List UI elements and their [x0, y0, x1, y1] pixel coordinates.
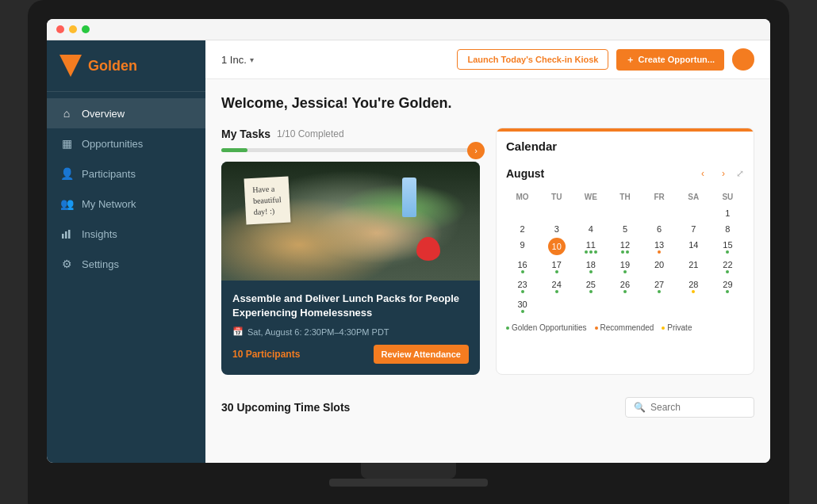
table-row[interactable]: 17	[540, 258, 573, 276]
table-row[interactable]: 21	[677, 258, 710, 276]
table-row[interactable]: 14	[677, 238, 710, 256]
calendar-day-empty	[574, 297, 607, 302]
calendar-day[interactable]: 23	[506, 277, 539, 296]
table-row[interactable]: 8	[712, 222, 744, 236]
sidebar-item-participants[interactable]: 👤 Participants	[47, 158, 205, 189]
create-opportunity-button[interactable]: ＋ Create Opportun...	[616, 49, 724, 71]
calendar-day[interactable]: 27	[643, 277, 676, 296]
table-row[interactable]: 26	[608, 277, 641, 296]
avatar[interactable]	[732, 48, 754, 71]
legend-golden: Golden Opportunities	[506, 323, 587, 332]
minimize-button[interactable]	[69, 25, 77, 33]
close-button[interactable]	[56, 25, 64, 33]
table-row[interactable]: 19	[608, 258, 641, 276]
table-row[interactable]: 16	[506, 258, 539, 276]
sidebar-item-network[interactable]: 👥 My Network	[47, 189, 205, 219]
calendar-day[interactable]: 26	[608, 277, 641, 296]
table-row[interactable]: 6	[643, 222, 676, 236]
sidebar-item-insights-label: Insights	[82, 228, 117, 240]
calendar-day[interactable]: 22	[712, 258, 744, 276]
search-input[interactable]	[650, 402, 746, 413]
review-attendance-button[interactable]: Review Attendance	[374, 345, 469, 364]
calendar-day[interactable]: 8	[712, 222, 744, 236]
table-row[interactable]: 18	[574, 258, 607, 276]
table-row[interactable]: 22	[712, 258, 744, 276]
fullscreen-button[interactable]	[82, 25, 90, 33]
legend-golden-label: Golden Opportunities	[512, 323, 587, 332]
calendar-day[interactable]: 7	[677, 222, 710, 236]
laptop-stand	[361, 463, 456, 479]
table-row[interactable]: 27	[643, 277, 676, 296]
task-date: 📅 Sat, August 6: 2:30PM–4:30PM PDT	[232, 326, 469, 337]
calendar-day[interactable]: 4	[574, 222, 607, 236]
participants-link[interactable]: 10 Participants	[232, 349, 300, 360]
progress-next-button[interactable]: ›	[467, 142, 485, 159]
laptop-screen: Golden ⌂ Overview ▦ Opportunities	[47, 19, 770, 463]
table-row[interactable]: 9	[506, 238, 539, 256]
table-row[interactable]: 7	[677, 222, 710, 236]
calendar-day-empty	[540, 206, 573, 211]
calendar-day[interactable]: 12	[608, 238, 641, 256]
calendar-day[interactable]: 20	[643, 258, 676, 272]
table-row[interactable]: 30	[506, 297, 539, 315]
tasks-title: My Tasks	[221, 128, 270, 140]
sidebar-item-settings[interactable]: ⚙ Settings	[47, 249, 205, 279]
table-row[interactable]: 23	[506, 277, 539, 296]
table-row[interactable]: 1	[712, 206, 744, 220]
sidebar-item-insights[interactable]: Insights	[47, 219, 205, 249]
calendar-day[interactable]: 13	[643, 238, 676, 256]
calendar-prev-button[interactable]: ‹	[695, 166, 711, 181]
table-row[interactable]: 15	[712, 238, 744, 256]
sidebar-item-overview[interactable]: ⌂ Overview	[47, 98, 205, 128]
table-row[interactable]: 10	[540, 238, 573, 256]
table-row[interactable]: 5	[608, 222, 641, 236]
sidebar-item-participants-label: Participants	[82, 168, 136, 180]
legend-recommended-label: Recommended	[600, 323, 654, 332]
table-row[interactable]: 20	[643, 258, 676, 276]
calendar-day[interactable]: 18	[574, 258, 607, 276]
calendar-day[interactable]: 15	[712, 238, 744, 256]
calendar-next-button[interactable]: ›	[715, 166, 731, 181]
calendar-day[interactable]: 17	[540, 258, 573, 276]
calendar-today[interactable]: 10	[548, 238, 566, 255]
calendar-month: August	[506, 167, 544, 180]
calendar-day[interactable]: 25	[574, 277, 607, 296]
calendar-day-empty	[643, 206, 676, 211]
org-selector[interactable]: 1 Inc. ▾	[221, 54, 254, 66]
table-row[interactable]: 24	[540, 277, 573, 296]
calendar-section-title: Calendar	[497, 132, 754, 156]
calendar-day[interactable]: 16	[506, 258, 539, 276]
calendar-day[interactable]: 6	[643, 222, 676, 236]
table-row[interactable]: 2	[506, 222, 539, 236]
calendar-day[interactable]: 24	[540, 277, 573, 296]
launch-kiosk-button[interactable]: Launch Today's Check-in Kiosk	[457, 49, 608, 70]
sidebar-item-overview-label: Overview	[82, 108, 125, 120]
calendar-day[interactable]: 28	[677, 277, 710, 296]
calendar-day[interactable]: 11	[574, 238, 607, 256]
calendar-expand-icon[interactable]: ⤢	[736, 168, 744, 179]
calendar-day[interactable]: 19	[608, 258, 641, 276]
calendar-day[interactable]: 29	[712, 277, 744, 296]
calendar-day[interactable]: 21	[677, 258, 710, 272]
calendar-day[interactable]: 9	[506, 238, 539, 252]
calendar-day[interactable]: 30	[506, 297, 539, 315]
calendar-day[interactable]: 1	[712, 206, 744, 220]
calendar-day[interactable]: 14	[677, 238, 710, 252]
table-row[interactable]: 29	[712, 277, 744, 296]
calendar-day[interactable]: 3	[540, 222, 573, 236]
bar-chart-icon	[59, 227, 74, 241]
sidebar-item-opportunities[interactable]: ▦ Opportunities	[47, 128, 205, 158]
calendar-day-empty	[677, 206, 710, 211]
calendar-day[interactable]: 2	[506, 222, 539, 236]
calendar-day[interactable]: 5	[608, 222, 641, 236]
calendar-legend: Golden Opportunities Recommended Private	[506, 323, 744, 332]
table-row[interactable]: 25	[574, 277, 607, 296]
table-row[interactable]: 12	[608, 238, 641, 256]
table-row[interactable]: 28	[677, 277, 710, 296]
table-row	[540, 297, 573, 315]
table-row[interactable]: 3	[540, 222, 573, 236]
logo-text: Golden	[88, 58, 137, 74]
table-row[interactable]: 11	[574, 238, 607, 256]
table-row[interactable]: 4	[574, 222, 607, 236]
table-row[interactable]: 13	[643, 238, 676, 256]
